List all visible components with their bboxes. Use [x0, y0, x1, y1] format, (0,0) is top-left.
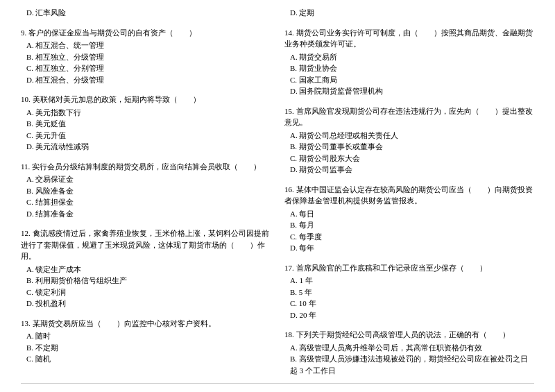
q17-option-a: A. 1 年	[284, 275, 534, 287]
page-divider	[21, 383, 534, 384]
question-18: 18. 下列关于期货经纪公司高级管理人员的说法，正确的有（ ） A. 高级管理人…	[284, 329, 534, 376]
question-18-text: 18. 下列关于期货经纪公司高级管理人员的说法，正确的有（ ）	[284, 329, 534, 341]
question-13-text: 13. 某期货交易所应当（ ）向监控中心核对客户资料。	[21, 318, 271, 330]
question-15: 15. 首席风险官发现期货公司存在违法违规行为，应先向（ ）提出整改意见。 A.…	[284, 105, 534, 176]
q11-option-d: D. 结算准备金	[21, 208, 271, 220]
q11-option-b: B. 风险准备金	[21, 185, 271, 197]
q10-option-a: A. 美元指数下行	[21, 107, 271, 119]
q15-option-a: A. 期货公司总经理或相关责任人	[284, 130, 534, 142]
right-column: D. 定期 14. 期货公司业务实行许可可制度，由（ ）按照其商品期货、金融期货…	[284, 7, 534, 380]
question-16-text: 16. 某体中国证监会认定存在较高风险的期货公司应当（ ）向期货投资者保障基金管…	[284, 184, 534, 207]
question-11: 11. 实行会员分级结算制度的期货交易所，应当向结算会员收取（ ） A. 交易保…	[21, 161, 271, 220]
question-10: 10. 美联储对美元加息的政策，短期内将导致（ ） A. 美元指数下行 B. 美…	[21, 94, 271, 153]
question-9: 9. 客户的保证金应当与期货公司的自有资产（ ） A. 相互混合、统一管理 B.…	[21, 27, 271, 86]
q13-option-a: A. 随时	[21, 330, 271, 342]
right-item-0: D. 定期	[284, 7, 534, 19]
q9-option-d: D. 相互混合、分级管理	[21, 74, 271, 86]
q16-option-d: D. 每年	[284, 242, 534, 254]
q16-option-a: A. 每日	[284, 208, 534, 220]
left-column: D. 汇率风险 9. 客户的保证金应当与期货公司的自有资产（ ） A. 相互混合…	[21, 7, 271, 380]
question-14: 14. 期货公司业务实行许可可制度，由（ ）按照其商品期货、金融期货业务种类颁发…	[284, 27, 534, 97]
q14-option-a: A. 期货交易所	[284, 51, 534, 63]
question-12: 12. 禽流感疫情过后，家禽养殖业恢复，玉米价格上涨，某饲料公司因提前进行了套期…	[21, 228, 271, 309]
two-column-layout: D. 汇率风险 9. 客户的保证金应当与期货公司的自有资产（ ） A. 相互混合…	[21, 7, 534, 380]
q10-option-c: C. 美元升值	[21, 130, 271, 142]
question-14-text: 14. 期货公司业务实行许可可制度，由（ ）按照其商品期货、金融期货业务种类颁发…	[284, 27, 534, 50]
q14-option-d: D. 国务院期货监督管理机构	[284, 85, 534, 97]
q17-option-b: B. 5 年	[284, 287, 534, 298]
left-item-0: D. 汇率风险	[21, 7, 271, 19]
q11-option-a: A. 交易保证金	[21, 173, 271, 185]
question-10-text: 10. 美联储对美元加息的政策，短期内将导致（ ）	[21, 94, 271, 105]
q18-option-b: B. 高级管理人员涉嫌违法违规被处罚的，期货经纪公司应在被处罚之日起 3 个工作…	[284, 353, 534, 376]
q13-option-b: B. 不定期	[21, 342, 271, 354]
q16-option-b: B. 每月	[284, 219, 534, 231]
q15-option-c: C. 期货公司股东大会	[284, 153, 534, 164]
question-12-text: 12. 禽流感疫情过后，家禽养殖业恢复，玉米价格上涨，某饲料公司因提前进行了套期…	[21, 228, 271, 262]
q12-option-d: D. 投机盈利	[21, 298, 271, 309]
left-item-0-text: D. 汇率风险	[21, 7, 271, 19]
q17-option-d: D. 20 年	[284, 309, 534, 321]
q11-option-c: C. 结算担保金	[21, 196, 271, 208]
question-17: 17. 首席风险官的工作底稿和工作记录应当至少保存（ ） A. 1 年 B. 5…	[284, 262, 534, 321]
q17-option-c: C. 10 年	[284, 298, 534, 309]
q16-option-c: C. 每季度	[284, 231, 534, 243]
right-item-0-text: D. 定期	[284, 7, 534, 19]
question-17-text: 17. 首席风险官的工作底稿和工作记录应当至少保存（ ）	[284, 262, 534, 274]
q9-option-a: A. 相互混合、统一管理	[21, 40, 271, 51]
question-16: 16. 某体中国证监会认定存在较高风险的期货公司应当（ ）向期货投资者保障基金管…	[284, 184, 534, 254]
q14-option-b: B. 期货业协会	[284, 62, 534, 74]
question-15-text: 15. 首席风险官发现期货公司存在违法违规行为，应先向（ ）提出整改意见。	[284, 105, 534, 128]
question-9-text: 9. 客户的保证金应当与期货公司的自有资产（ ）	[21, 27, 271, 39]
page-container: D. 汇率风险 9. 客户的保证金应当与期货公司的自有资产（ ） A. 相互混合…	[21, 7, 534, 392]
q10-option-d: D. 美元流动性减弱	[21, 141, 271, 153]
q12-option-a: A. 锁定生产成本	[21, 264, 271, 275]
q15-option-b: B. 期货公司董事长或董事会	[284, 141, 534, 153]
question-11-text: 11. 实行会员分级结算制度的期货交易所，应当向结算会员收取（ ）	[21, 161, 271, 173]
q18-option-a: A. 高级管理人员离升维举公司后，其高常任职资格仍有效	[284, 342, 534, 354]
q15-option-d: D. 期货公司监事会	[284, 164, 534, 176]
q10-option-b: B. 美元贬值	[21, 118, 271, 130]
q9-option-b: B. 相互独立、分级管理	[21, 51, 271, 63]
q12-option-c: C. 锁定利润	[21, 287, 271, 298]
q14-option-c: C. 国家工商局	[284, 74, 534, 86]
q9-option-c: C. 相互独立、分别管理	[21, 62, 271, 74]
q13-option-c: C. 随机	[21, 353, 271, 365]
q12-option-b: B. 利用期货价格信号组织生产	[21, 275, 271, 287]
question-13: 13. 某期货交易所应当（ ）向监控中心核对客户资料。 A. 随时 B. 不定期…	[21, 318, 271, 365]
